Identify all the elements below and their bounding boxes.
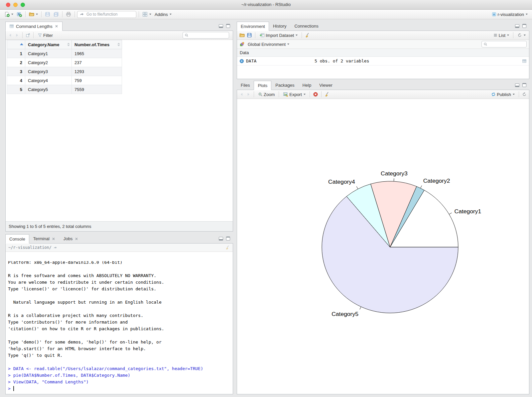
refresh-plot-icon[interactable] [522,92,527,97]
remove-plot-icon[interactable] [313,92,318,97]
close-icon[interactable] [52,237,56,241]
tab-jobs[interactable]: Jobs [60,234,82,243]
row-number: 5 [7,85,25,94]
clear-environment-broom-icon[interactable] [305,33,310,38]
chevron-down-icon [513,94,515,95]
save-workspace-icon[interactable] [247,33,252,38]
pane-layout-grid-icon [142,12,148,17]
list-view-button[interactable]: List [492,32,510,39]
addins-label: Addins [155,12,168,17]
table-cell: 1293 [72,67,122,76]
table-grid-icon [9,24,14,29]
console-line: Type 'demo()' for some demos, 'help()' f… [8,339,233,346]
tab-connections[interactable]: Connections [290,22,322,31]
previous-plot-icon[interactable] [239,92,244,97]
list-view-label: List [499,33,505,38]
import-dataset-button[interactable]: Import Dataset [258,32,299,39]
next-plot-icon[interactable] [246,92,251,97]
object-summary: 5 obs. of 2 variables [315,58,520,63]
publish-button[interactable]: Publish [490,91,516,98]
back-icon[interactable] [8,33,13,38]
open-file-button[interactable] [28,11,39,18]
environment-scope-selector[interactable]: Global Environment [247,41,290,48]
save-button[interactable] [44,11,51,18]
data-viewer-pane: Command Lengths Filter [5,22,233,232]
export-plot-button[interactable]: Export [282,91,307,98]
close-icon[interactable] [55,24,59,28]
list-icon [493,33,498,38]
maximize-pane-icon[interactable] [226,237,230,241]
project-switcher[interactable]: R r-visualization [490,11,529,18]
maximize-pane-icon[interactable] [522,24,526,28]
open-in-new-window-icon[interactable] [26,33,30,38]
clear-plots-broom-icon[interactable] [325,92,330,97]
column-header-number-of-times[interactable]: Number.of.Times [72,40,122,49]
tab-terminal[interactable]: Terminal [29,234,60,243]
save-all-button[interactable] [53,11,60,18]
row-number-header[interactable] [7,40,25,49]
console-output-area[interactable]: Platform: x86_64-apple-darwin13.6.0 (64-… [6,261,233,394]
goto-file-input[interactable] [86,12,134,17]
minimize-pane-icon[interactable] [515,83,519,87]
console-line: You are welcome to redistribute it under… [8,279,233,286]
goto-file-box[interactable] [77,11,136,18]
pane-layout-button[interactable] [141,11,152,18]
maximize-pane-icon[interactable] [226,24,230,28]
clear-console-broom-icon[interactable] [225,245,230,250]
table-row: 5Category57559 [7,85,122,94]
tab-packages[interactable]: Packages [271,81,298,90]
load-workspace-folder-icon[interactable] [239,33,245,38]
minimize-pane-icon[interactable] [219,237,223,241]
tab-command-lengths[interactable]: Command Lengths [5,22,63,31]
plot-display-area: Category1Category2Category3Category4Cate… [237,108,529,394]
console-tabstrip: Console Terminal Jobs [5,234,233,244]
tab-viewer[interactable]: Viewer [315,81,336,90]
table-search-box[interactable] [183,32,229,39]
print-button[interactable] [65,11,72,18]
environment-object-row[interactable]: DATA 5 obs. of 2 variables [237,57,529,65]
filter-button[interactable]: Filter [37,32,54,39]
console-prompt-line[interactable]: > [8,385,233,392]
tab-files[interactable]: Files [237,81,254,90]
addins-button[interactable]: Addins [154,11,173,18]
new-project-icon: R [17,12,22,17]
close-icon[interactable] [74,237,78,241]
minimize-pane-icon[interactable] [219,24,223,28]
refresh-environment-button[interactable] [516,32,527,38]
tab-environment[interactable]: Environment [237,22,269,31]
table-search-input[interactable] [190,33,227,38]
tab-help[interactable]: Help [298,81,315,90]
console-command: > pie(DATA$Number.of.Times, DATA$Categor… [8,372,233,379]
maximize-pane-icon[interactable] [522,83,526,87]
environment-search-box[interactable] [481,41,527,48]
main-toolbar: R Addins [0,10,532,19]
console-line: Type 'contributors()' for more informati… [8,319,233,326]
column-header-category-name[interactable]: Category.Name [25,40,72,49]
view-table-icon[interactable] [522,59,527,63]
forward-icon[interactable] [15,33,19,38]
table-cell: Category4 [25,76,72,85]
chevron-down-icon [296,35,298,36]
tab-history[interactable]: History [269,22,290,31]
goto-directory-icon[interactable] [53,246,57,249]
new-project-button[interactable]: R [16,11,23,18]
text-cursor [13,386,14,391]
pie-label-tick [356,186,358,189]
pie-label: Category2 [423,178,450,184]
tab-console[interactable]: Console [5,234,29,244]
save-all-icon [54,12,59,17]
plots-toolbar: Zoom Export Publish [237,90,529,99]
minimize-pane-icon[interactable] [515,24,519,28]
tab-plots[interactable]: Plots [254,81,271,90]
zoom-label: Zoom [264,92,275,97]
import-dataset-label: Import Dataset [266,33,294,38]
console-line [8,292,233,299]
zoom-plot-button[interactable]: Zoom [257,91,276,98]
chevron-down-icon [170,14,172,15]
data-table-body: 1Category119652Category22373Category3129… [7,49,122,94]
expand-object-icon[interactable] [239,59,244,63]
data-section-header: Data [237,49,529,57]
chevron-down-icon [287,44,289,45]
environment-search-input[interactable] [489,42,525,47]
new-file-button[interactable] [3,11,14,18]
